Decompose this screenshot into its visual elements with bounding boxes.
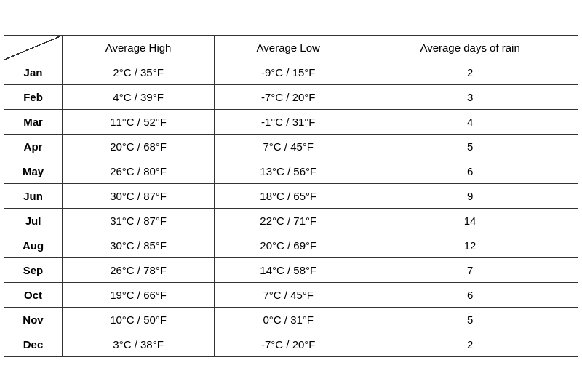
table-row: Jan2°C / 35°F-9°C / 15°F2 bbox=[4, 60, 578, 85]
month-cell: Nov bbox=[4, 308, 63, 332]
header-avg-high: Average High bbox=[63, 36, 215, 60]
month-cell: Jun bbox=[4, 184, 63, 209]
avg-low-cell: 7°C / 45°F bbox=[215, 135, 362, 159]
month-cell: Oct bbox=[4, 283, 63, 308]
avg-rain-cell: 4 bbox=[362, 110, 578, 135]
avg-high-cell: 10°C / 50°F bbox=[63, 308, 215, 332]
avg-rain-cell: 14 bbox=[362, 209, 578, 233]
avg-high-cell: 4°C / 39°F bbox=[63, 85, 215, 110]
month-cell: Apr bbox=[4, 135, 63, 159]
avg-rain-cell: 2 bbox=[362, 60, 578, 85]
avg-low-cell: -7°C / 20°F bbox=[215, 85, 362, 110]
avg-rain-cell: 5 bbox=[362, 135, 578, 159]
weather-table-wrapper: Average High Average Low Average days of… bbox=[4, 35, 578, 357]
avg-high-cell: 30°C / 87°F bbox=[63, 184, 215, 209]
avg-rain-cell: 9 bbox=[362, 184, 578, 209]
table-row: Dec3°C / 38°F-7°C / 20°F2 bbox=[4, 332, 578, 357]
avg-low-cell: 18°C / 65°F bbox=[215, 184, 362, 209]
avg-low-cell: 0°C / 31°F bbox=[215, 308, 362, 332]
avg-high-cell: 26°C / 80°F bbox=[63, 159, 215, 184]
avg-low-cell: 7°C / 45°F bbox=[215, 283, 362, 308]
avg-high-cell: 31°C / 87°F bbox=[63, 209, 215, 233]
avg-rain-cell: 12 bbox=[362, 233, 578, 258]
table-row: Apr20°C / 68°F7°C / 45°F5 bbox=[4, 135, 578, 159]
avg-low-cell: -9°C / 15°F bbox=[215, 60, 362, 85]
month-cell: May bbox=[4, 159, 63, 184]
header-avg-low: Average Low bbox=[215, 36, 362, 60]
avg-low-cell: 20°C / 69°F bbox=[215, 233, 362, 258]
avg-rain-cell: 3 bbox=[362, 85, 578, 110]
table-row: Mar11°C / 52°F-1°C / 31°F4 bbox=[4, 110, 578, 135]
avg-high-cell: 2°C / 35°F bbox=[63, 60, 215, 85]
avg-low-cell: 13°C / 56°F bbox=[215, 159, 362, 184]
month-cell: Jul bbox=[4, 209, 63, 233]
table-row: Jul31°C / 87°F22°C / 71°F14 bbox=[4, 209, 578, 233]
avg-high-cell: 26°C / 78°F bbox=[63, 258, 215, 283]
avg-low-cell: -7°C / 20°F bbox=[215, 332, 362, 357]
avg-high-cell: 19°C / 66°F bbox=[63, 283, 215, 308]
month-cell: Sep bbox=[4, 258, 63, 283]
table-row: Aug30°C / 85°F20°C / 69°F12 bbox=[4, 233, 578, 258]
table-row: Oct19°C / 66°F7°C / 45°F6 bbox=[4, 283, 578, 308]
table-row: Jun30°C / 87°F18°C / 65°F9 bbox=[4, 184, 578, 209]
avg-low-cell: -1°C / 31°F bbox=[215, 110, 362, 135]
avg-rain-cell: 2 bbox=[362, 332, 578, 357]
table-row: Feb4°C / 39°F-7°C / 20°F3 bbox=[4, 85, 578, 110]
avg-rain-cell: 6 bbox=[362, 159, 578, 184]
avg-high-cell: 20°C / 68°F bbox=[63, 135, 215, 159]
avg-high-cell: 11°C / 52°F bbox=[63, 110, 215, 135]
weather-table: Average High Average Low Average days of… bbox=[4, 35, 578, 357]
month-cell: Jan bbox=[4, 60, 63, 85]
avg-low-cell: 14°C / 58°F bbox=[215, 258, 362, 283]
avg-rain-cell: 7 bbox=[362, 258, 578, 283]
table-row: Nov10°C / 50°F0°C / 31°F5 bbox=[4, 308, 578, 332]
corner-header bbox=[4, 36, 63, 60]
month-cell: Dec bbox=[4, 332, 63, 357]
avg-low-cell: 22°C / 71°F bbox=[215, 209, 362, 233]
avg-rain-cell: 5 bbox=[362, 308, 578, 332]
table-row: Sep26°C / 78°F14°C / 58°F7 bbox=[4, 258, 578, 283]
avg-rain-cell: 6 bbox=[362, 283, 578, 308]
avg-high-cell: 3°C / 38°F bbox=[63, 332, 215, 357]
month-cell: Feb bbox=[4, 85, 63, 110]
month-cell: Mar bbox=[4, 110, 63, 135]
month-cell: Aug bbox=[4, 233, 63, 258]
avg-high-cell: 30°C / 85°F bbox=[63, 233, 215, 258]
table-row: May26°C / 80°F13°C / 56°F6 bbox=[4, 159, 578, 184]
header-avg-rain: Average days of rain bbox=[362, 36, 578, 60]
